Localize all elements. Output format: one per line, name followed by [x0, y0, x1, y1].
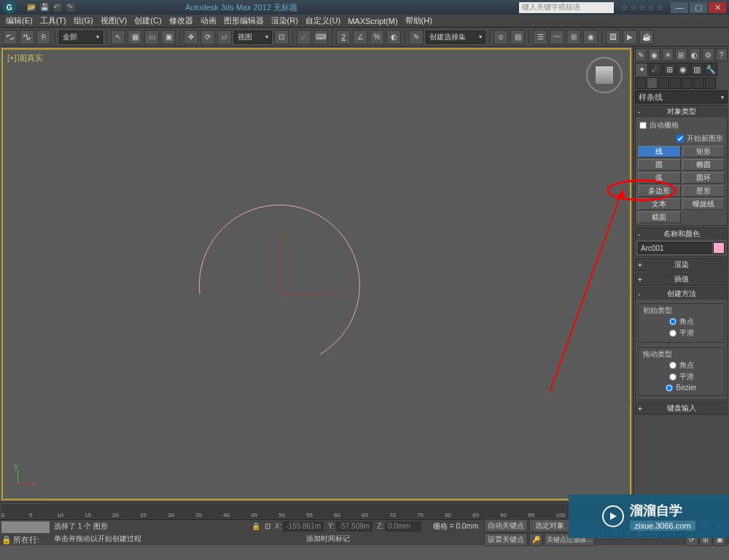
- script-mini-listener[interactable]: [1, 521, 50, 533]
- menu-help[interactable]: 帮助(H): [402, 15, 435, 26]
- star-icon[interactable]: ☆: [639, 3, 646, 12]
- unlink-icon[interactable]: [20, 30, 34, 44]
- star-icon[interactable]: ☆: [630, 3, 637, 12]
- cat-space[interactable]: [693, 77, 704, 89]
- light-icon[interactable]: ☀: [662, 48, 674, 61]
- maximize-button[interactable]: ▢: [690, 2, 707, 13]
- tab-display[interactable]: ▥: [690, 63, 703, 76]
- shape-circle-button[interactable]: 圆: [638, 159, 681, 171]
- menu-animation[interactable]: 动画: [198, 15, 219, 26]
- render-setup-icon[interactable]: 🖼: [606, 30, 620, 44]
- arc-object[interactable]: y x: [192, 195, 367, 370]
- radio-smooth2[interactable]: 平滑: [642, 371, 721, 383]
- rollout-header[interactable]: +键盘输入: [636, 402, 727, 414]
- cam-icon[interactable]: ◉: [648, 48, 660, 61]
- menu-views[interactable]: 视图(V): [98, 15, 130, 26]
- spinner-snap-icon[interactable]: ◐: [386, 30, 401, 44]
- render-icon[interactable]: ☕: [639, 30, 654, 44]
- rollout-header[interactable]: +插值: [636, 273, 727, 285]
- rollout-header[interactable]: -对象类型: [636, 106, 727, 117]
- undo-icon[interactable]: ↶: [52, 2, 63, 12]
- edit-selection-icon[interactable]: ✎: [409, 30, 424, 44]
- cat-cameras[interactable]: [670, 77, 681, 89]
- link-icon[interactable]: [3, 30, 17, 44]
- viewport-label[interactable]: [+]顶]真实: [7, 52, 43, 63]
- shape-star-button[interactable]: 星形: [682, 185, 725, 197]
- coord-z[interactable]: 0.0mm: [385, 521, 421, 532]
- star-icon[interactable]: ☆: [656, 3, 663, 12]
- cat-helpers[interactable]: [682, 77, 693, 89]
- render-frame-icon[interactable]: ▶: [623, 30, 637, 44]
- viewcube[interactable]: [586, 57, 623, 93]
- manipulate-icon[interactable]: ☄: [297, 30, 311, 44]
- shape-category-dropdown[interactable]: 样条线: [635, 90, 728, 104]
- mirror-icon[interactable]: ⎊: [494, 30, 508, 44]
- star-icon[interactable]: ☆: [647, 3, 655, 12]
- layers-icon[interactable]: ☰: [533, 30, 547, 44]
- named-selection-dropdown[interactable]: 创建选择集: [426, 31, 486, 44]
- object-color-swatch[interactable]: [713, 242, 725, 254]
- tab-modify[interactable]: ☄: [649, 63, 662, 76]
- tool6-icon[interactable]: ⚙: [702, 48, 714, 61]
- select-name-icon[interactable]: ▦: [128, 30, 142, 44]
- cat-systems[interactable]: [705, 77, 716, 89]
- tool5-icon[interactable]: ◐: [689, 48, 701, 61]
- start-new-shape-checkbox[interactable]: 开始新图形: [638, 133, 725, 144]
- bind-icon[interactable]: ⎘: [36, 30, 51, 44]
- menu-edit[interactable]: 编辑(E): [3, 15, 36, 26]
- tab-hierarchy[interactable]: ⊞: [663, 63, 676, 76]
- menu-graph[interactable]: 图形编辑器: [221, 15, 267, 26]
- shape-ellipse-button[interactable]: 椭圆: [682, 159, 725, 171]
- star-icon[interactable]: ☆: [621, 3, 628, 12]
- snap-toggle-icon[interactable]: 2̲: [336, 30, 351, 44]
- tab-motion[interactable]: ◉: [677, 63, 690, 76]
- setkey-button[interactable]: 设置关键点: [484, 533, 528, 546]
- tool4-icon[interactable]: ⊞: [675, 48, 687, 61]
- brush-icon[interactable]: ✎: [635, 48, 647, 61]
- coord-x[interactable]: -155.861m: [283, 521, 324, 532]
- menu-tools[interactable]: 工具(T): [37, 15, 69, 26]
- select-icon[interactable]: ↖: [111, 30, 125, 44]
- radio-bezier[interactable]: Bezier: [642, 383, 721, 392]
- autogrid-checkbox[interactable]: 自动栅格: [638, 120, 725, 131]
- open-icon[interactable]: 📂: [26, 2, 36, 12]
- rollout-header[interactable]: +渲染: [636, 259, 727, 271]
- rollout-header[interactable]: -创建方法: [636, 288, 727, 300]
- cat-lights[interactable]: [658, 77, 669, 89]
- object-name-input[interactable]: Arc001: [638, 242, 712, 254]
- keyboard-shortcut-icon[interactable]: ⌨: [313, 30, 328, 44]
- cat-geometry[interactable]: [635, 77, 646, 89]
- material-editor-icon[interactable]: ◉: [583, 30, 598, 44]
- cat-shapes[interactable]: [647, 77, 658, 89]
- select-region-icon[interactable]: ▭: [144, 30, 159, 44]
- tab-utilities[interactable]: 🔧: [704, 63, 717, 76]
- rotate-icon[interactable]: ⟳: [200, 30, 215, 44]
- radio-corner[interactable]: 角点: [642, 316, 721, 327]
- rollout-header[interactable]: -名称和颜色: [636, 228, 727, 240]
- scale-icon[interactable]: ▱: [217, 30, 232, 44]
- redo-icon[interactable]: ↷: [66, 2, 76, 12]
- lock-icon[interactable]: 🔒: [1, 535, 12, 545]
- close-button[interactable]: ✕: [709, 2, 726, 13]
- menu-group[interactable]: 组(G): [71, 15, 96, 26]
- selection-filter-dropdown[interactable]: 全部: [59, 31, 103, 44]
- selected-dropdown[interactable]: 选定对象: [529, 519, 570, 532]
- schematic-icon[interactable]: ⊞: [566, 30, 581, 44]
- coord-y[interactable]: -57.509m: [336, 521, 373, 532]
- radio-smooth[interactable]: 平滑: [642, 327, 721, 339]
- viewport-top[interactable]: [+]顶]真实 y x yx: [1, 48, 631, 500]
- shape-ngon-button[interactable]: 多边形: [638, 185, 681, 197]
- angle-snap-icon[interactable]: ∠: [353, 30, 367, 44]
- shape-text-button[interactable]: 文本: [638, 198, 681, 210]
- autokey-button[interactable]: 自动关键点: [484, 519, 528, 532]
- pivot-icon[interactable]: ⊡: [274, 30, 289, 44]
- shape-line-button[interactable]: 线: [638, 146, 681, 158]
- align-icon[interactable]: ▤: [510, 30, 525, 44]
- tool7-icon[interactable]: ?: [716, 48, 728, 61]
- save-icon[interactable]: 💾: [39, 2, 50, 12]
- curve-editor-icon[interactable]: 〰: [550, 30, 564, 44]
- shape-rectangle-button[interactable]: 矩形: [682, 146, 725, 158]
- percent-snap-icon[interactable]: %: [370, 30, 384, 44]
- shape-helix-button[interactable]: 螺旋线: [682, 198, 725, 210]
- iso-icon[interactable]: ⊡: [265, 522, 270, 530]
